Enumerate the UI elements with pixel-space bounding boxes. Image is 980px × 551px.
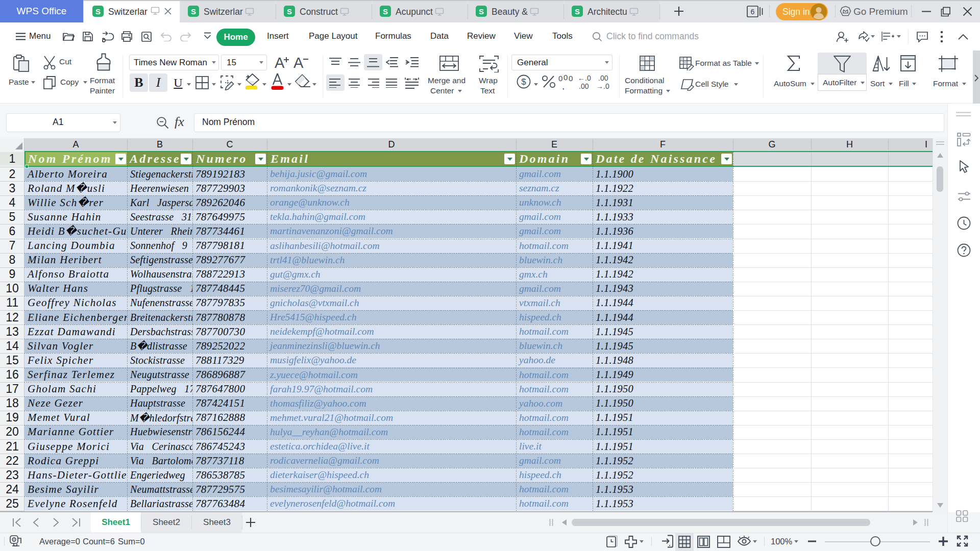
svg-text:6: 6 — [751, 8, 755, 16]
svg-text:→.0: →.0 — [596, 82, 609, 90]
svg-text:←.0: ←.0 — [578, 74, 591, 82]
svg-text:,: , — [562, 81, 565, 90]
svg-text:.00: .00 — [579, 82, 589, 90]
svg-text:.00: .00 — [598, 74, 608, 82]
svg-text:A: A — [275, 55, 285, 70]
svg-text:0: 0 — [569, 74, 573, 83]
svg-text:$: $ — [521, 77, 526, 87]
svg-text:A: A — [293, 55, 304, 70]
